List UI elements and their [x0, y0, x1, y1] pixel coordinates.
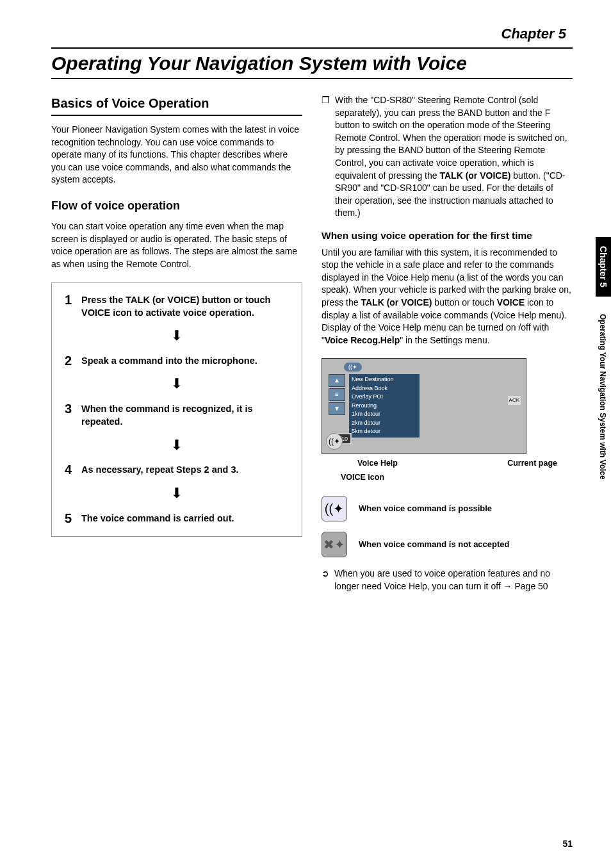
arrow-right-icon: → — [503, 581, 512, 591]
section-heading-basics: Basics of Voice Operation — [51, 94, 302, 112]
label-current-page: Current page — [507, 458, 557, 470]
ack-badge: ACK — [508, 396, 521, 404]
side-tab-subtitle: Operating Your Navigation System with Vo… — [598, 314, 607, 480]
section-heading-flow: Flow of voice operation — [51, 198, 302, 214]
menu-item: 2km detour — [352, 419, 417, 428]
step-text: As necessary, repeat Steps 2 and 3. — [81, 463, 239, 476]
tip-bullet-icon: ➲ — [322, 568, 329, 593]
intro-paragraph: Your Pioneer Navigation System comes wit… — [51, 124, 302, 186]
voice-corner-icon: ((✦ — [326, 433, 343, 450]
scroll-mid-icon: ≡ — [329, 388, 345, 401]
left-column: Basics of Voice Operation Your Pioneer N… — [51, 94, 302, 602]
tip-turn-off: ➲ When you are used to voice operation f… — [322, 568, 573, 593]
title-bar: Operating Your Navigation System with Vo… — [51, 47, 573, 79]
page-number: 51 — [562, 839, 573, 849]
note-bullet-icon: ❐ — [322, 94, 330, 220]
step-text: The voice command is carried out. — [81, 512, 234, 525]
step-number: 5 — [65, 512, 75, 525]
menu-item: Overlay POI — [352, 393, 417, 402]
menu-item: 1km detour — [352, 410, 417, 419]
menu-item: 5km detour — [352, 427, 417, 436]
step-number: 1 — [65, 293, 75, 320]
subheading-first-time: When using voice operation for the first… — [322, 229, 573, 243]
chapter-label: Chapter 5 — [51, 26, 573, 42]
voice-help-screenshot: ((✦ ▲ ≡ ▼ New Destination Address Book O… — [322, 358, 526, 454]
note-steering-remote: ❐ With the "CD-SR80" Steering Remote Con… — [322, 94, 573, 220]
menu-item: New Destination — [352, 375, 417, 384]
step-number: 3 — [65, 402, 75, 429]
screenshot-labels: Voice Help Current page — [322, 458, 573, 470]
step-number: 4 — [65, 463, 75, 476]
steps-box: 1 Press the TALK (or VOICE) button or to… — [51, 283, 302, 537]
voice-status-icon: ((✦ — [344, 363, 362, 372]
label-voice-icon: VOICE icon — [341, 472, 573, 484]
tip-text: When you are used to voice operation fea… — [334, 568, 573, 593]
side-tab: Chapter 5 — [596, 237, 611, 297]
menu-item: Rerouting — [352, 402, 417, 411]
label-voice-help: Voice Help — [357, 458, 398, 470]
voice-possible-icon: ((✦ — [322, 496, 347, 521]
scroll-down-icon: ▼ — [329, 402, 345, 415]
heading-rule — [51, 115, 302, 116]
menu-item: Address Book — [352, 384, 417, 393]
step-number: 2 — [65, 354, 75, 367]
first-time-paragraph: Until you are familiar with this system,… — [322, 247, 573, 347]
scroll-up-icon: ▲ — [329, 374, 345, 387]
icon-possible-text: When voice command is possible — [359, 503, 492, 514]
right-column: ❐ With the "CD-SR80" Steering Remote Con… — [322, 94, 573, 602]
voice-not-accepted-icon: ✖✦ — [322, 532, 347, 557]
note-text: With the "CD-SR80" Steering Remote Contr… — [335, 94, 573, 220]
icon-not-accepted-text: When voice command is not accepted — [359, 539, 510, 550]
page-title: Operating Your Navigation System with Vo… — [51, 53, 573, 74]
icon-possible-row: ((✦ When voice command is possible — [322, 496, 573, 521]
icon-not-accepted-row: ✖✦ When voice command is not accepted — [322, 532, 573, 557]
arrow-down-icon: ➡ — [167, 381, 187, 605]
scroll-arrows: ▲ ≡ ▼ — [329, 374, 345, 415]
voice-help-menu: New Destination Address Book Overlay POI… — [349, 374, 420, 438]
